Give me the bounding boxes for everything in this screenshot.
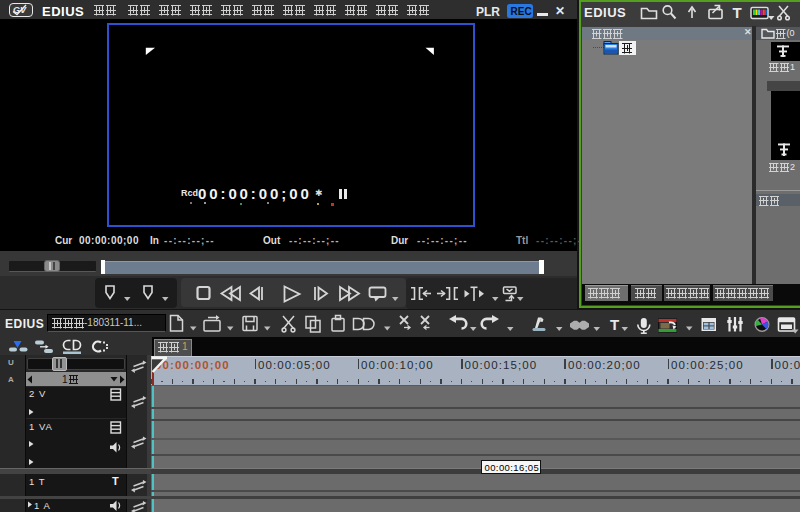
svg-text:T: T [733,4,742,21]
svg-text:T: T [610,316,619,333]
